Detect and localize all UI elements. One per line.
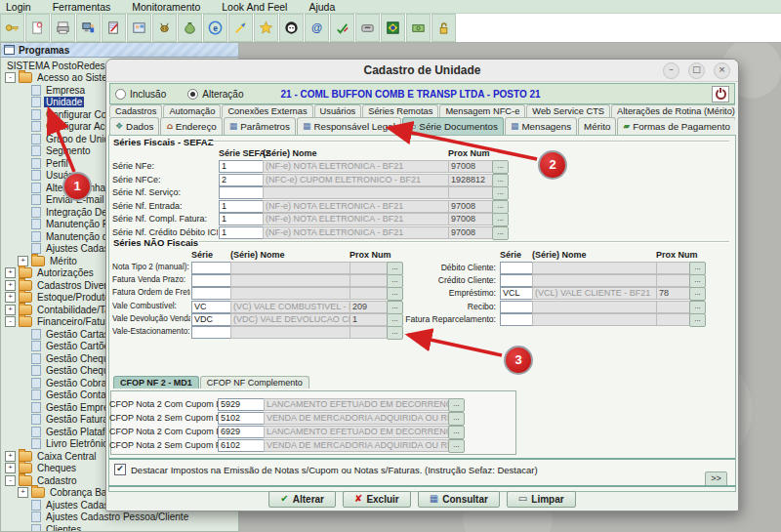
expander-icon[interactable]: + [5,463,16,473]
exit-power-button[interactable] [712,86,729,102]
lookup-button[interactable] [689,313,706,327]
programs-panel-header[interactable]: Programas [1,43,238,58]
bee-icon[interactable] [152,14,177,42]
cash-box-icon[interactable] [355,14,380,42]
tree-item[interactable]: Clientes [3,523,225,531]
serie-input[interactable] [500,274,535,287]
cfop-code-input[interactable]: 6929 [218,426,267,438]
lookup-button[interactable] [689,301,706,314]
tab-page[interactable]: Dados [109,117,159,135]
destacar-impostos-checkbox[interactable] [114,464,126,475]
email-at-icon[interactable]: @ [305,14,329,42]
lookup-button[interactable] [448,398,465,412]
tree-item[interactable]: Ajustes Cadastro Pessoa/Cliente [3,512,225,524]
lookup-button[interactable] [492,174,509,187]
lookup-button[interactable] [492,200,509,214]
tab-group[interactable]: Mensagem NFC-e [439,104,525,117]
serie-input[interactable] [191,326,233,339]
money-note-icon[interactable] [406,14,431,42]
maximize-icon[interactable] [688,62,705,79]
serie-input[interactable] [500,262,535,274]
cfop-code-input[interactable]: 6102 [218,439,267,452]
menu-item[interactable]: Ferramentas [53,1,111,13]
serie-input[interactable] [500,301,535,313]
mode-radio[interactable]: Inclusão [115,89,166,100]
tab-page[interactable]: Formas de Pagamento [617,117,735,135]
tab-group[interactable]: Usuários [314,104,362,117]
tab-page[interactable]: Mensagens [505,117,577,135]
serie-input[interactable] [219,186,266,199]
tab-page[interactable]: Responsável Legal [297,117,401,135]
lookup-button[interactable] [492,160,509,174]
tab-group[interactable]: Automação [163,104,221,117]
action-button[interactable]: Consultar [418,491,500,508]
lookup-button[interactable] [689,274,706,288]
minimize-icon[interactable] [663,62,679,79]
printer-icon[interactable] [51,14,75,42]
lookup-button[interactable] [689,287,706,301]
lock-icon[interactable] [432,14,456,42]
tab-page[interactable]: Mérito [578,117,616,135]
expander-icon[interactable]: - [5,316,16,327]
expander-icon[interactable]: + [5,280,16,291]
report-icon[interactable] [25,14,50,42]
notepad-icon[interactable] [102,14,126,42]
mode-radio[interactable]: Alteração [187,89,243,100]
tab-group[interactable]: Séries Remotas [362,104,438,117]
tab-group[interactable]: Cadastros [109,104,162,117]
expander-icon[interactable]: + [18,256,28,266]
cfop-tab[interactable]: CFOP NF Complemento [200,376,309,389]
cfop-code-input[interactable]: 5102 [218,412,267,425]
action-button[interactable]: Excluir [343,491,411,508]
lookup-button[interactable] [387,326,403,340]
compass-icon[interactable] [228,14,253,42]
tab-page[interactable]: Parâmetros [224,117,296,135]
field-label: CFOP Nota 2 Sem Cupom FE: * [109,440,235,450]
expander-icon[interactable]: + [5,267,16,278]
serie-input[interactable]: 2 [219,174,266,186]
lookup-button[interactable] [492,226,509,240]
brazil-app-icon[interactable] [381,14,405,42]
action-button[interactable]: Limpar [507,491,576,508]
expander-icon[interactable]: - [5,475,16,486]
serie-input[interactable]: 1 [219,226,266,239]
action-button[interactable]: Alterar [268,491,336,508]
nfe-browser-icon[interactable]: e [203,14,227,42]
dialog-titlebar[interactable]: Cadastro de Unidade [106,60,738,82]
menu-item[interactable]: Login [6,1,31,13]
close-icon[interactable] [714,62,730,79]
serie-input[interactable]: 1 [219,160,266,173]
tab-group[interactable]: Conexões Externas [222,104,312,117]
menu-item[interactable]: Ajuda [308,1,335,13]
expander-icon[interactable]: + [5,305,16,315]
expander-icon[interactable]: + [18,487,28,498]
expander-icon[interactable]: - [5,72,16,83]
lookup-button[interactable] [492,213,509,226]
serie-input[interactable]: VCL [500,287,535,300]
serie-input[interactable] [500,313,535,326]
menu-item[interactable]: Look And Feel [222,1,287,13]
tab-page[interactable]: Série Documentos [402,117,504,135]
lookup-button[interactable] [492,186,509,200]
expander-icon[interactable]: + [5,292,16,303]
signature-icon[interactable] [330,14,354,42]
cfop-tab[interactable]: CFOP NF 2 - MD1 [113,376,199,389]
serie-input[interactable]: 1 [219,200,266,213]
lookup-button[interactable] [689,262,706,275]
tab-page[interactable]: Endereço [160,117,222,135]
lookup-button[interactable] [448,439,465,453]
lookup-button[interactable] [448,426,465,439]
support-icon[interactable] [279,14,304,42]
contact-photo-icon[interactable] [127,14,151,42]
workstation-icon[interactable] [76,14,101,42]
cfop-code-input[interactable]: 5929 [218,398,267,411]
star-icon[interactable] [254,14,278,42]
lookup-button[interactable] [448,412,465,426]
tab-group[interactable]: Alterações de Rotina (Mérito) [611,104,735,117]
tab-group[interactable]: Web Service CTS [526,104,610,117]
serie-input[interactable]: 1 [219,213,266,225]
key-icon[interactable] [0,14,24,42]
money-bag-icon[interactable] [178,14,202,42]
expander-icon[interactable]: + [5,451,16,462]
menu-item[interactable]: Monitoramento [132,1,200,13]
